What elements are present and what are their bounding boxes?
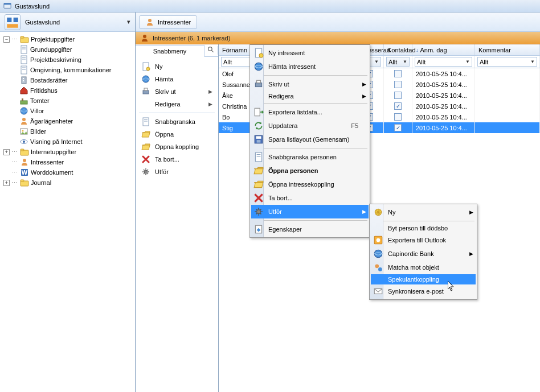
tree-item[interactable]: Visning på Internet xyxy=(1,137,134,147)
checkbox[interactable] xyxy=(394,92,402,99)
menu-item[interactable]: Öppna personen xyxy=(251,164,369,178)
nav-header[interactable]: Gustavslund ▾ xyxy=(0,13,135,32)
menu-item[interactable]: Egenskaper xyxy=(251,222,369,236)
app-icon xyxy=(3,2,11,11)
printer-icon xyxy=(253,79,264,89)
tree-item[interactable]: Bilder xyxy=(1,126,134,137)
checkbox[interactable] xyxy=(394,81,402,88)
tree-item[interactable]: ⋯WWorddokument xyxy=(1,167,134,178)
quick-menu-label: Ta bort... xyxy=(155,156,179,163)
newdoc-icon xyxy=(253,48,264,58)
tree-toggle-icon[interactable]: + xyxy=(3,180,10,186)
menu-item[interactable]: Exportera till Outlook xyxy=(371,233,476,247)
menu-item[interactable]: Ta bort... xyxy=(251,191,369,205)
context-submenu: Ny▶Byt person till dödsboExportera till … xyxy=(369,204,477,300)
svg-point-35 xyxy=(143,35,146,38)
checkbox[interactable]: ✓ xyxy=(394,124,402,131)
menu-item[interactable]: Synkronisera e-post xyxy=(371,284,476,298)
folder-icon xyxy=(20,178,29,187)
filter-dropdown[interactable]: Allt▼ xyxy=(386,57,410,67)
quick-menu-item[interactable]: Öppna xyxy=(136,128,218,141)
filter-dropdown[interactable]: Allt▼ xyxy=(477,57,537,67)
svg-point-63 xyxy=(377,238,381,242)
tree-item[interactable]: Projektbeskrivning xyxy=(1,55,134,65)
quick-menu-item[interactable]: Öppna koppling xyxy=(136,141,218,153)
tree-item[interactable]: Ägarlägenheter xyxy=(1,116,134,126)
menu-item-label: Ny intressent xyxy=(268,49,358,56)
tree-toggle-icon[interactable]: + xyxy=(3,149,10,155)
menu-item[interactable]: Utför▶ xyxy=(251,205,369,218)
chevron-down-icon: ▼ xyxy=(403,59,407,64)
tree-item[interactable]: Grunduppgifter xyxy=(1,44,134,55)
quick-menu-item[interactable]: Ta bort... xyxy=(136,153,218,166)
menu-item-label: Skriv ut xyxy=(268,81,358,88)
tree-item[interactable]: Tomter xyxy=(1,96,134,106)
chevron-down-icon[interactable]: ▾ xyxy=(127,18,130,26)
search-tab[interactable] xyxy=(204,46,218,55)
menu-item[interactable]: Spekulantkoppling xyxy=(371,274,476,284)
intressenter-button[interactable]: Intressenter xyxy=(139,15,197,29)
menu-item-label: Exportera till Outlook xyxy=(388,237,465,244)
menu-item[interactable]: Byt person till dödsbo xyxy=(371,223,476,233)
globe-icon xyxy=(19,106,28,115)
match-icon xyxy=(373,262,383,273)
menu-item[interactable]: Öppna intressekoppling xyxy=(251,178,369,191)
tree-item[interactable]: +⋯Journal xyxy=(1,178,134,188)
quick-menu-item[interactable]: Ny xyxy=(136,60,218,73)
person-icon xyxy=(19,117,28,126)
save-icon xyxy=(253,134,264,145)
menu-item[interactable]: Capinordic Bank▶ xyxy=(371,247,476,261)
quick-menu-item[interactable]: Hämta xyxy=(136,73,218,85)
checkbox[interactable]: ✓ xyxy=(394,102,402,110)
word-icon: W xyxy=(20,168,29,177)
tree-item[interactable]: ⋯Intressenter xyxy=(1,157,134,167)
tree-toggle-icon[interactable]: − xyxy=(3,36,10,43)
quick-menu-label: Öppna koppling xyxy=(155,143,199,150)
menu-item[interactable]: Spara listlayout (Gemensam) xyxy=(251,133,369,146)
svg-point-59 xyxy=(257,210,261,214)
menu-item-label: Snabbgranska personen xyxy=(268,154,358,160)
quick-menu-label: Redigera xyxy=(155,101,181,108)
tree-item[interactable]: +⋯Internetuppgifter xyxy=(1,147,134,157)
menu-item[interactable]: Ny▶ xyxy=(371,205,476,219)
quick-menu-tab[interactable]: Snabbmeny xyxy=(136,45,204,57)
tree-item[interactable]: Fritidshus xyxy=(1,85,134,96)
menu-item-label: Hämta intressent xyxy=(268,63,358,70)
menu-item[interactable]: Matcha mot objekt xyxy=(371,261,476,274)
menu-item[interactable]: Skriv ut▶ xyxy=(251,77,369,91)
menu-item[interactable]: Exportera listdata... xyxy=(251,105,369,119)
quick-menu-item[interactable]: Snabbgranska xyxy=(136,115,218,128)
svg-point-49 xyxy=(255,63,263,71)
export-icon xyxy=(253,107,264,117)
globe-icon xyxy=(141,75,150,84)
tree-item[interactable]: Villor xyxy=(1,106,134,116)
context-menu: Ny intressentHämta intressentSkriv ut▶Re… xyxy=(249,44,370,238)
menu-item[interactable]: Snabbgranska personen xyxy=(251,150,369,164)
checkbox[interactable] xyxy=(394,113,402,121)
menu-item-label: Utför xyxy=(268,208,358,215)
quick-menu-item[interactable]: Skriv ut▶ xyxy=(136,85,218,98)
svg-point-65 xyxy=(375,264,379,268)
menu-item[interactable]: Hämta intressent xyxy=(251,60,369,73)
tree-item[interactable]: −⋯Projektuppgifter xyxy=(1,34,134,44)
folder-icon xyxy=(20,35,29,44)
outlook-icon xyxy=(373,235,383,245)
tree-item[interactable]: Omgivning, kommunikationer xyxy=(1,65,134,75)
tree-item-label: Journal xyxy=(31,179,51,186)
chevron-right-icon: ▶ xyxy=(362,209,366,214)
quick-menu-item[interactable]: Redigera▶ xyxy=(136,98,218,110)
column-header[interactable]: Kommentar xyxy=(475,44,540,55)
svg-line-37 xyxy=(211,50,213,52)
quick-menu-item[interactable]: Utför xyxy=(136,166,218,178)
newstar-icon xyxy=(373,207,383,217)
tree-item-label: Internetuppgifter xyxy=(31,148,76,155)
checkbox[interactable] xyxy=(394,70,402,77)
menu-item[interactable]: Redigera▶ xyxy=(251,91,369,101)
column-header[interactable]: ↓Anm. dag xyxy=(412,44,475,55)
pic-icon xyxy=(19,127,28,136)
menu-item[interactable]: UppdateraF5 xyxy=(251,119,369,133)
filter-dropdown[interactable]: Allt▼ xyxy=(415,57,472,67)
tree-item[interactable]: Bostadsrätter xyxy=(1,75,134,85)
menu-item[interactable]: Ny intressent xyxy=(251,46,369,60)
column-header[interactable]: Kontaktad xyxy=(384,44,412,55)
